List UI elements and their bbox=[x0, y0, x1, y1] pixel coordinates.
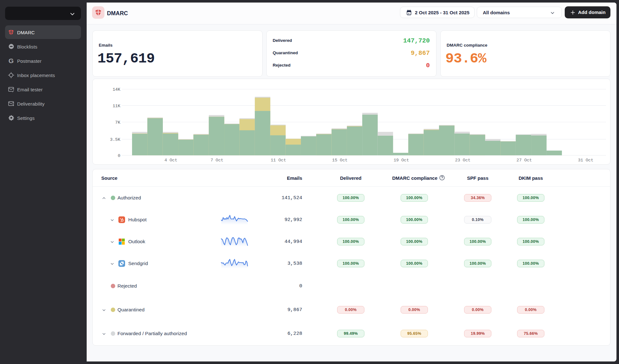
svg-text:23 Oct: 23 Oct bbox=[455, 158, 470, 163]
svg-text:4 Oct: 4 Oct bbox=[164, 158, 177, 163]
svg-text:11 Oct: 11 Oct bbox=[271, 158, 286, 163]
svg-text:19 Oct: 19 Oct bbox=[394, 158, 409, 163]
svg-text:0: 0 bbox=[118, 153, 120, 158]
svg-text:14K: 14K bbox=[113, 87, 121, 92]
svg-text:7 Oct: 7 Oct bbox=[210, 158, 223, 163]
svg-text:27 Oct: 27 Oct bbox=[516, 158, 532, 163]
svg-text:15 Oct: 15 Oct bbox=[332, 158, 348, 163]
svg-text:11K: 11K bbox=[113, 104, 121, 108]
svg-text:31 Oct: 31 Oct bbox=[578, 158, 594, 163]
svg-text:7K: 7K bbox=[115, 120, 121, 125]
svg-text:3.5K: 3.5K bbox=[110, 137, 121, 142]
